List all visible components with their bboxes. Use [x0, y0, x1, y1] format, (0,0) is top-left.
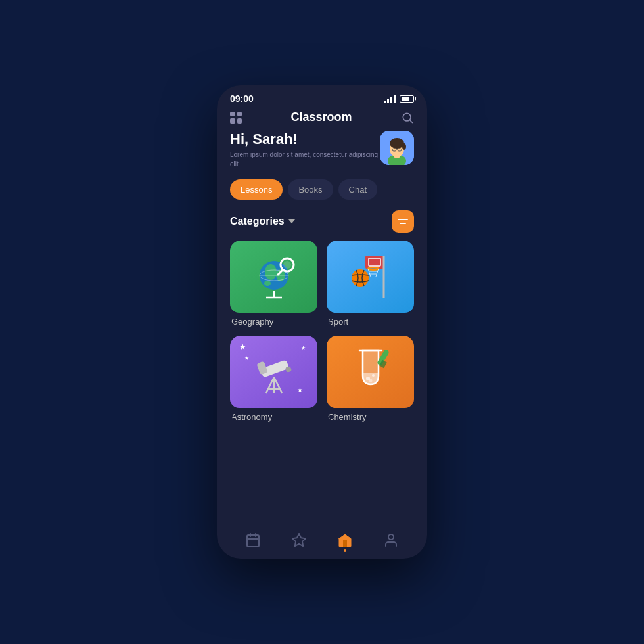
svg-line-35	[266, 377, 274, 393]
svg-point-14	[265, 264, 277, 280]
greeting-row: Hi, Sarah! Lorem ipsum dolor sit amet, c…	[230, 131, 414, 169]
grid-icon[interactable]	[230, 112, 242, 124]
svg-marker-49	[292, 534, 306, 546]
status-icons	[384, 95, 414, 103]
nav-home[interactable]	[337, 532, 353, 548]
tab-books[interactable]: Books	[288, 179, 333, 200]
filter-line-1	[398, 219, 408, 220]
greeting-headline: Hi, Sarah!	[230, 131, 380, 148]
svg-point-50	[388, 534, 394, 540]
astronomy-label: Astronomy	[230, 412, 317, 422]
categories-grid: Geography	[230, 241, 414, 432]
home-icon	[337, 532, 353, 548]
svg-point-20	[283, 261, 291, 269]
geography-label: Geography	[230, 317, 317, 327]
status-bar: 09:00	[217, 85, 427, 108]
svg-point-42	[369, 379, 372, 382]
nav-calendar[interactable]	[245, 532, 261, 548]
page-title: Classroom	[290, 110, 352, 124]
svg-point-31	[352, 269, 369, 287]
svg-point-0	[403, 113, 411, 121]
category-astronomy[interactable]: ★ ★ ★ ★	[230, 336, 317, 422]
status-time: 09:00	[230, 93, 254, 104]
nav-favorites[interactable]	[291, 532, 307, 548]
battery-fill	[402, 97, 409, 101]
svg-rect-22	[365, 256, 384, 269]
svg-point-16	[264, 281, 271, 286]
phone-container: 09:00 Classroom Hi, Sarah!	[217, 85, 427, 559]
category-chemistry[interactable]: Chemistry	[327, 336, 414, 422]
svg-point-6	[390, 138, 404, 149]
avatar[interactable]	[380, 131, 414, 165]
sport-label: Sport	[327, 317, 414, 327]
chemistry-label: Chemistry	[327, 412, 414, 422]
geography-image	[230, 241, 317, 313]
tabs-row: Lessons Books Chat	[230, 179, 414, 200]
user-icon	[383, 532, 399, 548]
categories-title-group: Categories	[230, 216, 295, 227]
svg-line-1	[410, 120, 413, 122]
star-icon	[291, 532, 307, 548]
categories-title: Categories	[230, 216, 285, 227]
category-sport[interactable]: Sport	[327, 241, 414, 327]
filter-button[interactable]	[392, 210, 414, 233]
calendar-icon	[245, 532, 261, 548]
svg-point-7	[402, 143, 406, 150]
header: Classroom	[217, 108, 427, 131]
search-icon[interactable]	[401, 111, 414, 124]
filter-line-2	[400, 223, 406, 224]
tab-chat[interactable]: Chat	[338, 179, 377, 200]
categories-header: Categories	[230, 210, 414, 233]
tab-lessons[interactable]: Lessons	[230, 179, 283, 200]
content-area: Hi, Sarah! Lorem ipsum dolor sit amet, c…	[217, 131, 427, 524]
bottom-nav	[217, 524, 427, 559]
category-geography[interactable]: Geography	[230, 241, 317, 327]
chevron-down-icon	[288, 219, 295, 223]
svg-rect-45	[247, 535, 259, 547]
svg-line-37	[274, 377, 282, 393]
astronomy-image: ★ ★ ★ ★	[230, 336, 317, 408]
sport-image	[327, 241, 414, 313]
svg-point-41	[372, 374, 375, 377]
greeting-subtitle: Lorem ipsum dolor sit amet, consectetur …	[230, 150, 380, 169]
greeting-text: Hi, Sarah! Lorem ipsum dolor sit amet, c…	[230, 131, 380, 169]
chemistry-image	[327, 336, 414, 408]
battery-icon	[400, 95, 414, 103]
nav-active-dot	[344, 549, 346, 552]
signal-icon	[384, 95, 396, 103]
nav-profile[interactable]	[383, 532, 399, 548]
